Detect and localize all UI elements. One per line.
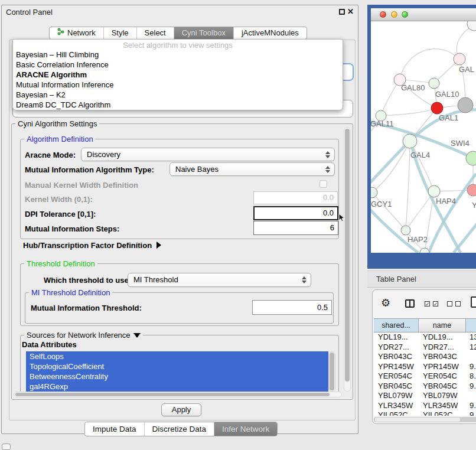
node-hap4-label: HAP4 bbox=[436, 197, 456, 206]
node-gcy1-label: GCY1 bbox=[371, 200, 392, 208]
data-attributes-list[interactable]: SelfLoopsTopologicalCoefficientBetweenne… bbox=[26, 351, 328, 392]
close-icon[interactable]: ✕ bbox=[347, 7, 354, 16]
tab-discretize-data[interactable]: Discretize Data bbox=[145, 422, 215, 436]
node-gal10[interactable] bbox=[429, 78, 439, 89]
settings-horizontal-scrollbar[interactable] bbox=[14, 392, 342, 397]
checked-box-icon[interactable]: ✓ bbox=[425, 301, 430, 306]
algorithm-option-mutual-information-inference[interactable]: Mutual Information Inference bbox=[13, 80, 343, 90]
algorithm-option-basic-correlation-inference[interactable]: Basic Correlation Inference bbox=[13, 60, 343, 70]
mi-steps-label: Mutual Information Steps: bbox=[25, 224, 119, 233]
data-attributes-label: Data Attributes bbox=[22, 340, 77, 349]
table-cell: YDR27... bbox=[374, 343, 419, 353]
settings-vertical-scrollbar[interactable] bbox=[344, 127, 351, 392]
table-horizontal-scrollbar[interactable] bbox=[374, 417, 476, 422]
node-gal4-label: GAL4 bbox=[410, 151, 430, 159]
node-swi4[interactable] bbox=[466, 151, 476, 165]
table-row[interactable]: YDL19...YDL19...13 bbox=[374, 332, 476, 343]
tab-select[interactable]: Select bbox=[137, 27, 174, 39]
table-cell bbox=[466, 391, 476, 401]
node-gal[interactable] bbox=[454, 53, 465, 65]
network-edge[interactable] bbox=[381, 108, 437, 116]
node-gray[interactable] bbox=[458, 97, 473, 113]
unchecked-box-icon[interactable] bbox=[455, 301, 461, 306]
tab-jactivemnodules[interactable]: jActiveMNodules bbox=[234, 27, 307, 39]
scrollbar-thumb[interactable] bbox=[330, 353, 334, 390]
table-row[interactable]: YER054CYER054C8. bbox=[374, 371, 476, 381]
algorithm-option-bayesian-hill-climbing[interactable]: Bayesian – Hill Climbing bbox=[13, 50, 343, 60]
which-threshold-select[interactable]: MI Threshold bbox=[128, 273, 311, 287]
column-header-name[interactable]: name bbox=[419, 319, 466, 332]
sources-group-title[interactable]: Sources for Network Inference bbox=[24, 331, 143, 340]
attribute-item-topologicalcoefficient[interactable]: TopologicalCoefficient bbox=[26, 361, 328, 371]
column-header-shared[interactable]: shared... bbox=[374, 319, 419, 332]
manual-kernel-checkbox[interactable] bbox=[319, 180, 327, 188]
table-row[interactable]: YLR345WYLR345W9. bbox=[374, 401, 476, 411]
network-edge[interactable] bbox=[372, 141, 410, 193]
network-window-titlebar[interactable] bbox=[371, 8, 476, 21]
network-edge[interactable] bbox=[406, 141, 410, 230]
split-columns-icon[interactable] bbox=[405, 299, 415, 308]
checked-box-icon[interactable]: ✓ bbox=[433, 301, 438, 306]
table-row[interactable]: YBR045CYBR045C9. bbox=[374, 381, 476, 392]
network-edge[interactable] bbox=[454, 222, 476, 253]
algorithm-popup-hint: Select algorithm to view settings bbox=[13, 40, 343, 50]
algorithm-popup-list: Select algorithm to view settings Bayesi… bbox=[12, 39, 343, 110]
table-header-row: shared...name bbox=[374, 318, 476, 332]
node-partial-top[interactable] bbox=[467, 21, 476, 31]
node-hap2[interactable] bbox=[401, 226, 410, 235]
mi-threshold-input[interactable]: 0.5 bbox=[252, 300, 332, 315]
aracne-mode-select[interactable]: Discovery bbox=[81, 148, 335, 161]
cyni-bottom-tabs: Impute DataDiscretize DataInfer Network bbox=[84, 422, 278, 436]
algorithm-option-aracne-algorithm[interactable]: ARACNE Algorithm bbox=[13, 70, 343, 80]
table-row[interactable]: YPR145WYPR145W9. bbox=[374, 362, 476, 372]
network-edge[interactable] bbox=[372, 193, 406, 230]
attributes-list-scrollbar[interactable] bbox=[328, 351, 335, 392]
table-cell: YPR145W bbox=[374, 362, 419, 372]
attribute-item-gal4rgexp[interactable]: gal4RGexp bbox=[26, 381, 328, 392]
network-edge[interactable] bbox=[400, 49, 459, 80]
zoom-button[interactable] bbox=[402, 11, 408, 18]
table-row[interactable]: YBR043CYBR043C bbox=[374, 352, 476, 362]
dpi-tolerance-input[interactable]: 0.0 bbox=[253, 206, 338, 220]
float-window-icon[interactable] bbox=[339, 9, 345, 15]
document-icon[interactable] bbox=[471, 296, 476, 308]
scrollbar-thumb[interactable] bbox=[15, 393, 330, 396]
algorithm-option-bayesian-k2[interactable]: Bayesian – K2 bbox=[13, 90, 343, 100]
tab-infer-network[interactable]: Infer Network bbox=[214, 422, 277, 436]
tab-network[interactable]: Network bbox=[50, 27, 104, 39]
mi-threshold-label: Mutual Information Threshold: bbox=[31, 304, 142, 312]
tab-impute-data[interactable]: Impute Data bbox=[85, 422, 145, 436]
table-row[interactable]: YDR27...YDR27...12 bbox=[374, 343, 476, 353]
network-canvas[interactable]: GALGAL80GAL10GAL1GAL11GAL4SWI4GCY1HAP4YH… bbox=[371, 21, 476, 253]
node-gal4[interactable] bbox=[403, 134, 417, 148]
column-header-partial[interactable] bbox=[466, 319, 476, 332]
node-y[interactable] bbox=[467, 184, 476, 196]
unchecked-box-icon[interactable] bbox=[447, 301, 452, 306]
minimize-button[interactable] bbox=[391, 11, 397, 18]
attribute-item-betweennesscentrality[interactable]: BetweennessCentrality bbox=[26, 371, 328, 381]
dock-mini-icon[interactable] bbox=[2, 444, 11, 450]
mi-type-select[interactable]: Naive Bayes bbox=[169, 162, 335, 176]
gear-icon[interactable]: ⚙ bbox=[381, 296, 390, 309]
scrollbar-thumb[interactable] bbox=[345, 129, 350, 381]
table-row[interactable]: YIL052CYIL052C9 bbox=[374, 410, 476, 416]
table-cell: 8. bbox=[466, 371, 476, 381]
close-button[interactable] bbox=[380, 11, 386, 18]
kernel-width-input[interactable]: 0.0 bbox=[253, 191, 338, 204]
tab-cyni-toolbox[interactable]: Cyni Toolbox bbox=[174, 27, 234, 39]
tab-style[interactable]: Style bbox=[104, 27, 137, 39]
apply-button[interactable]: Apply bbox=[161, 403, 201, 416]
node-hap4[interactable] bbox=[428, 185, 440, 197]
algorithm-option-dream8-dc-tdc-algorithm[interactable]: Dream8 DC_TDC Algorithm bbox=[13, 100, 343, 110]
hub-definition-disclosure[interactable]: Hub/Transcription Factor Definition bbox=[23, 241, 161, 250]
mi-steps-input[interactable]: 6 bbox=[253, 221, 338, 235]
table-panel: ⚙ ✓ ✓ shared...name YDL19...YDL19...13YD… bbox=[372, 289, 476, 424]
table-panel-title: Table Panel bbox=[376, 275, 416, 283]
network-edge[interactable] bbox=[371, 208, 418, 253]
table-cell: YDR27... bbox=[419, 343, 466, 353]
node-gal1[interactable] bbox=[431, 102, 443, 114]
scrollbar-thumb[interactable] bbox=[375, 418, 460, 422]
attribute-item-selfloops[interactable]: SelfLoops bbox=[26, 351, 328, 361]
table-row[interactable]: YBL079WYBL079W bbox=[374, 391, 476, 401]
tab-label: Discretize Data bbox=[152, 425, 207, 433]
